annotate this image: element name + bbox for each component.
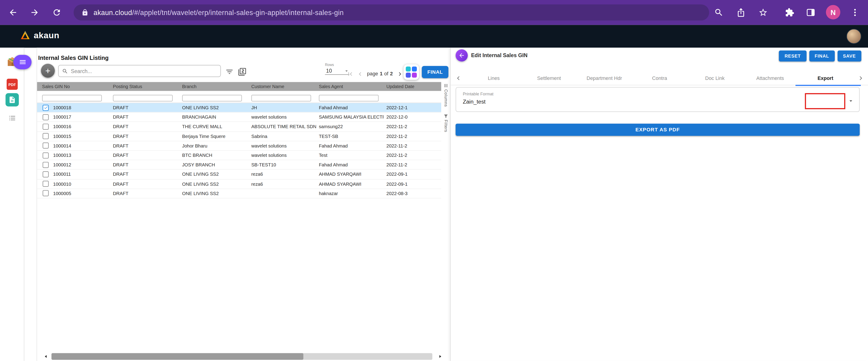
table-row[interactable]: 1000012 DRAFT JOSY BRANCH SB-TEST10 Faha… <box>37 160 441 170</box>
next-page-button[interactable] <box>396 70 404 78</box>
scroll-left-icon[interactable] <box>43 353 49 360</box>
cell-sales-agent: haknazar <box>316 191 384 196</box>
final-button-listing[interactable]: FINAL <box>422 66 448 78</box>
previous-page-button[interactable] <box>356 70 364 78</box>
cell-sales-gin-no: 1000005 <box>53 191 110 196</box>
cell-posting-status: DRAFT <box>110 114 179 120</box>
printable-format-select[interactable]: Printable Format Zain_test <box>456 87 860 112</box>
detail-tab-bar: LinesSettlementDepartment HdrContraDoc L… <box>451 71 868 85</box>
row-checkbox[interactable] <box>43 152 49 159</box>
row-checkbox[interactable] <box>43 190 49 196</box>
table-row[interactable]: 1000014 DRAFT Johor Bharu wavelet soluti… <box>37 141 441 151</box>
browser-side-panel-icon[interactable] <box>804 5 817 19</box>
table-row[interactable]: 1000015 DRAFT Berjaya Time Squere Sabrin… <box>37 132 441 141</box>
browser-search-icon[interactable] <box>712 5 725 19</box>
total-pages: 2 <box>390 71 393 77</box>
url-bar[interactable]: akaun.cloud/#/applet/tnt/wavelet/erp/int… <box>74 4 709 21</box>
pdf-applet-icon[interactable]: PDF <box>7 79 18 90</box>
browser-forward-icon[interactable] <box>28 5 41 19</box>
cell-posting-status: DRAFT <box>110 162 179 168</box>
cell-customer-name: wavelet solutions <box>249 143 316 148</box>
filters-side-tab[interactable]: Filters <box>443 114 448 132</box>
list-menu-icon[interactable] <box>7 113 17 123</box>
browser-bookmark-star-icon[interactable] <box>756 5 769 19</box>
apps-grid-icon[interactable] <box>404 64 419 80</box>
column-header-sales-gin-no[interactable]: Sales GIN No <box>37 82 110 91</box>
tab-contra[interactable]: Contra <box>632 71 687 85</box>
tab-settlement[interactable]: Settlement <box>521 71 577 85</box>
column-header-updated-date[interactable]: Updated Date <box>384 82 441 91</box>
export-as-pdf-button[interactable]: EXPORT AS PDF <box>456 123 860 136</box>
cell-sales-gin-no: 1000015 <box>53 133 110 139</box>
column-header-customer-name[interactable]: Customer Name <box>249 82 316 91</box>
row-checkbox[interactable] <box>43 143 49 149</box>
column-filter-input-branch[interactable] <box>182 95 242 101</box>
scroll-right-icon[interactable] <box>437 353 443 360</box>
column-header-sales-agent[interactable]: Sales Agent <box>316 82 384 91</box>
table-row[interactable]: 1000017 DRAFT BRANCHAGAIN wavelet soluti… <box>37 113 441 122</box>
table-row[interactable]: 1000016 DRAFT THE CURVE MALL ABSOLUTE TI… <box>37 122 441 132</box>
row-checkbox[interactable] <box>43 181 49 187</box>
duplicate-filter-icon[interactable] <box>237 66 247 77</box>
browser-extensions-icon[interactable] <box>783 5 796 19</box>
column-filter-input-posting-status[interactable] <box>113 95 173 101</box>
tabs-scroll-right-icon[interactable] <box>857 74 865 83</box>
tab-doc-link[interactable]: Doc Link <box>687 71 743 85</box>
back-button[interactable] <box>456 49 468 62</box>
tab-lines[interactable]: Lines <box>466 71 521 85</box>
column-header-branch[interactable]: Branch <box>179 82 248 91</box>
printable-format-value: Zain_test <box>463 99 852 105</box>
save-button[interactable]: SAVE <box>837 51 861 62</box>
cell-sales-gin-no: 1000013 <box>53 152 110 158</box>
browser-reload-icon[interactable] <box>50 5 63 19</box>
reset-button[interactable]: RESET <box>779 51 806 62</box>
filter-list-icon[interactable] <box>224 66 234 77</box>
table-row[interactable]: 1000013 DRAFT BTC BRANCH wavelet solutio… <box>37 151 441 160</box>
row-checkbox[interactable] <box>43 133 49 139</box>
browser-menu-dots-icon[interactable] <box>848 5 861 19</box>
column-filter-input-customer-name[interactable] <box>251 95 311 101</box>
row-checkbox[interactable] <box>43 114 49 120</box>
brand-triangle-icon <box>20 30 30 40</box>
tab-department-hdr[interactable]: Department Hdr <box>577 71 632 85</box>
first-page-button[interactable] <box>346 70 354 78</box>
tab-attachments[interactable]: Attachments <box>743 71 798 85</box>
cell-branch: BRANCHAGAIN <box>179 114 248 120</box>
rows-per-page-select[interactable]: 10 <box>325 66 349 75</box>
cell-customer-name: SB-TEST10 <box>249 162 316 168</box>
row-checkbox[interactable] <box>43 123 49 130</box>
row-checkbox-cell <box>37 190 53 196</box>
cell-posting-status: DRAFT <box>110 181 179 187</box>
row-checkbox[interactable] <box>43 105 49 111</box>
tabs-scroll-left-icon[interactable] <box>454 74 463 83</box>
browser-share-icon[interactable] <box>734 5 747 19</box>
table-row[interactable]: 1000011 DRAFT ONE LIVING SS2 reza6 AHMAD… <box>37 170 441 179</box>
table-row[interactable]: 1000010 DRAFT ONE LIVING SS2 reza6 AHMAD… <box>37 179 441 189</box>
table-header-row: Sales GIN NoPosting StatusBranchCustomer… <box>37 82 441 91</box>
row-checkbox[interactable] <box>43 171 49 177</box>
columns-side-tab[interactable]: Columns <box>443 83 448 107</box>
menu-flyout-button[interactable] <box>13 55 31 69</box>
browser-back-icon[interactable] <box>6 5 19 19</box>
document-applet-icon[interactable] <box>5 93 19 106</box>
scrollbar-thumb[interactable] <box>52 353 303 360</box>
lock-icon <box>81 9 89 16</box>
row-checkbox-cell <box>37 152 53 159</box>
browser-profile-avatar[interactable]: N <box>826 5 840 19</box>
column-filter-input-sales-gin-no[interactable] <box>42 95 102 101</box>
row-checkbox[interactable] <box>43 162 49 168</box>
column-header-posting-status[interactable]: Posting Status <box>110 82 179 91</box>
scrollbar-track[interactable] <box>52 353 433 360</box>
table-row[interactable]: 1000018 DRAFT ONE LIVING SS2 JH Fahad Ah… <box>37 103 441 113</box>
arrow-left-icon <box>459 52 465 59</box>
column-filter-input-sales-agent[interactable] <box>319 95 379 101</box>
table-row[interactable]: 1000005 DRAFT ONE LIVING SS2 haknazar 20… <box>37 189 441 198</box>
search-input[interactable] <box>71 68 217 74</box>
user-avatar[interactable] <box>846 29 861 44</box>
final-button[interactable]: FINAL <box>809 51 835 62</box>
tab-export[interactable]: Export <box>798 71 853 85</box>
url-host: akaun.cloud <box>94 9 132 17</box>
add-button[interactable]: + <box>41 64 55 78</box>
cell-customer-name: reza6 <box>249 181 316 187</box>
row-checkbox-cell <box>37 143 53 149</box>
